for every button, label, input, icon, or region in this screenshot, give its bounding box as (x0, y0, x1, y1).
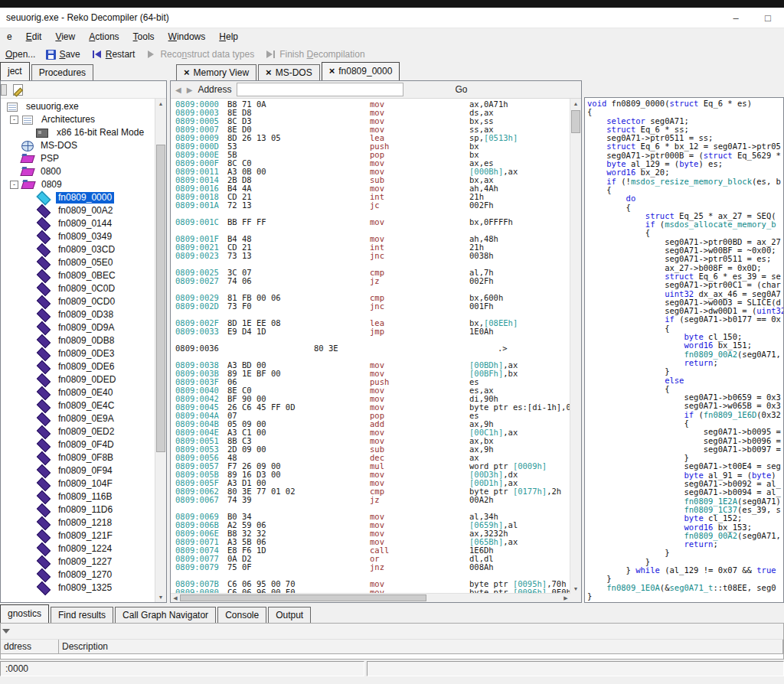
tree-item-fn0809_0cd0[interactable]: fn0809_0CD0 (1, 295, 155, 308)
tree-item-fn0809_0e4c[interactable]: fn0809_0E4C (1, 399, 155, 412)
tree-item-fn0809_05e0[interactable]: fn0809_05E0 (1, 256, 155, 269)
tree-item-0809[interactable]: -0809 (1, 178, 155, 191)
menu-item-edit[interactable]: Edit (19, 28, 49, 45)
menu-item-windows[interactable]: Windows (162, 28, 213, 45)
listing-row[interactable]: 0809:001A72 13jc002Fh (174, 201, 581, 210)
tree-item-fn0809_121f[interactable]: fn0809_121F (1, 529, 155, 542)
tree-item-fn0809_0f4d[interactable]: fn0809_0F4D (1, 438, 155, 451)
tab-console[interactable]: Console (217, 607, 266, 623)
tree-item-fn0809_1325[interactable]: fn0809_1325 (1, 581, 155, 594)
maximize-button[interactable]: □ (752, 8, 784, 28)
collapse-all-icon[interactable] (1, 84, 7, 96)
tree-item-fn0809_0000[interactable]: fn0809_0000 (1, 191, 155, 204)
tree-item-fn0809_0c0d[interactable]: fn0809_0C0D (1, 282, 155, 295)
tree-item-fn0809_03cd[interactable]: fn0809_03CD (1, 243, 155, 256)
listing-vscrollbar[interactable]: ▲ ▼ (570, 99, 581, 594)
scroll-down-icon[interactable]: ▼ (155, 592, 166, 602)
tree-item-fn0809_0e40[interactable]: fn0809_0E40 (1, 386, 155, 399)
tree-item-fn0809_0bec[interactable]: fn0809_0BEC (1, 269, 155, 282)
open-button[interactable]: Open... (0, 46, 41, 63)
tree-item-0800[interactable]: 0800 (1, 165, 155, 178)
tree-item-fn0809_0e9a[interactable]: fn0809_0E9A (1, 412, 155, 425)
tree-item-label: Architectures (39, 114, 97, 125)
tab-ms-dos[interactable]: ×MS-DOS (258, 64, 320, 80)
tree-item-fn0809_104f[interactable]: fn0809_104F (1, 477, 155, 490)
skip-start-icon (91, 49, 103, 60)
menu-item-tools[interactable]: Tools (126, 28, 162, 45)
listing-row[interactable]: 0809:007975 0Fjnz008Ah (174, 563, 581, 572)
scroll-up-icon[interactable]: ▲ (570, 99, 581, 109)
tree-item-fn0809_0349[interactable]: fn0809_0349 (1, 230, 155, 243)
minimize-button[interactable]: – (720, 8, 752, 28)
tree-item-fn0809_0f94[interactable]: fn0809_0F94 (1, 464, 155, 477)
listing-row[interactable]: 0809:0033E9 D4 1Djmp1E0Ah (174, 327, 581, 336)
scroll-left-icon[interactable]: ◀ (171, 595, 180, 601)
collapse-expander-icon[interactable]: - (10, 181, 18, 189)
address-input[interactable] (237, 83, 403, 96)
tree-item-fn0809_0de3[interactable]: fn0809_0DE3 (1, 347, 155, 360)
tab-ject[interactable]: ject (0, 62, 30, 80)
tree-item-fn0809_00a2[interactable]: fn0809_00A2 (1, 204, 155, 217)
tab-memory-view[interactable]: ×Memory View (176, 64, 256, 80)
close-icon[interactable]: × (266, 69, 272, 77)
finish-decompilation-button[interactable]: Finish Decompilation (260, 46, 370, 63)
tree-item-fn0809_1270[interactable]: fn0809_1270 (1, 568, 155, 581)
tree-scrollbar[interactable]: ▲ ▼ (155, 99, 166, 602)
edit-icon[interactable] (13, 84, 23, 96)
nav-back-icon[interactable]: ◀ (175, 86, 181, 94)
go-button[interactable]: Go (455, 84, 467, 95)
scroll-right-icon[interactable]: ▶ (561, 595, 570, 601)
tree-item-x86-16-bit-real-mode[interactable]: x86 16-bit Real Mode (1, 126, 155, 139)
tree-item-ms-dos[interactable]: MS-DOS (1, 139, 155, 152)
listing-row[interactable]: 0809:002774 06jz002Fh (174, 277, 581, 285)
listing-row[interactable]: 0809:001CBB FF FFmovbx,0FFFFh (174, 218, 581, 226)
tab-call-graph-navigator[interactable]: Call Graph Navigator (115, 607, 216, 623)
tab-fn0809_0000[interactable]: ×fn0809_0000 (322, 62, 400, 80)
tree-item-architectures[interactable]: -Architectures (1, 113, 155, 126)
tree-item-fn0809_0ed2[interactable]: fn0809_0ED2 (1, 425, 155, 438)
menu-item-view[interactable]: View (48, 28, 82, 45)
tree-item-fn0809_0f8b[interactable]: fn0809_0F8B (1, 451, 155, 464)
column-header-address[interactable]: ddress (1, 640, 59, 654)
nav-forward-icon[interactable]: ▶ (187, 86, 193, 94)
listing-scroll-thumb[interactable] (571, 110, 580, 133)
tree-item-fn0809_1227[interactable]: fn0809_1227 (1, 555, 155, 568)
tree-item-psp[interactable]: PSP (1, 152, 155, 165)
tree-item-fn0809_0de6[interactable]: fn0809_0DE6 (1, 360, 155, 373)
close-icon[interactable]: × (329, 67, 335, 75)
tree-item-fn0809_0144[interactable]: fn0809_0144 (1, 217, 155, 230)
save-button[interactable]: Save (41, 46, 85, 63)
tab-gnostics[interactable]: gnostics (0, 604, 49, 623)
listing-hscroll-thumb[interactable] (180, 594, 426, 601)
menu-item-help[interactable]: Help (212, 28, 245, 45)
tree-item-fn0809_0d9a[interactable]: fn0809_0D9A (1, 321, 155, 334)
tree-scroll-thumb[interactable] (156, 145, 165, 452)
reconstruct-data-types-button[interactable]: Reconstruct data types (140, 46, 260, 63)
tab-output[interactable]: Output (268, 607, 311, 623)
tab-find-results[interactable]: Find results (51, 607, 113, 623)
menu-item-e[interactable]: e (0, 28, 19, 45)
restart-button[interactable]: Restart (86, 46, 141, 63)
scroll-down-icon[interactable]: ▼ (570, 584, 581, 594)
tree-item-fn0809_116b[interactable]: fn0809_116B (1, 490, 155, 503)
tree-item-seuuorig-exe[interactable]: seuuorig.exe (1, 100, 155, 113)
listing-row[interactable]: 0809:002373 13jnc0038h (174, 252, 581, 260)
collapse-expander-icon[interactable]: - (10, 116, 18, 124)
listing-data-row[interactable]: 0809:003680 3E.> (174, 344, 581, 353)
tree-item-fn0809_0db8[interactable]: fn0809_0DB8 (1, 334, 155, 347)
tree-item-fn0809_0d38[interactable]: fn0809_0D38 (1, 308, 155, 321)
tab-procedures[interactable]: Procedures (31, 64, 93, 80)
tree-item-fn0809_1224[interactable]: fn0809_1224 (1, 542, 155, 555)
column-header-description[interactable]: Description (59, 640, 783, 654)
tree-item-fn0809_1218[interactable]: fn0809_1218 (1, 516, 155, 529)
tree-item-fn0809_11d6[interactable]: fn0809_11D6 (1, 503, 155, 516)
filter-icon[interactable] (2, 629, 10, 634)
menu-item-actions[interactable]: Actions (82, 28, 126, 45)
listing-row[interactable]: 0809:006774 39jz00A2h (174, 496, 581, 504)
code-line: } (587, 592, 783, 601)
listing-row[interactable]: 0809:002D73 F0jnc001Fh (174, 302, 581, 311)
listing-hscrollbar[interactable]: ◀ ▶ (171, 593, 581, 602)
tree-item-fn0809_0ded[interactable]: fn0809_0DED (1, 373, 155, 386)
scroll-up-icon[interactable]: ▲ (155, 99, 166, 109)
close-icon[interactable]: × (184, 69, 190, 77)
